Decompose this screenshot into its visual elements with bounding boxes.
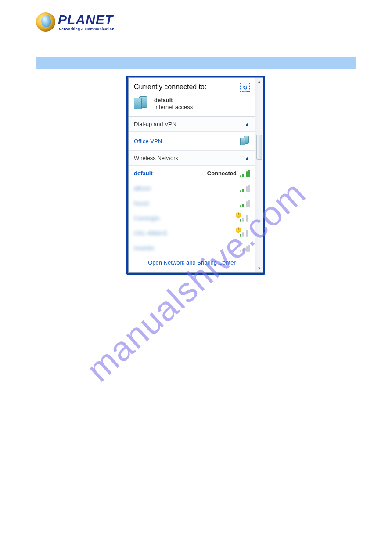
- warning-icon: [236, 212, 241, 218]
- network-flyout: Currently connected to: ↻ default Intern…: [126, 76, 265, 275]
- signal-icon: [240, 214, 250, 222]
- signal-icon: [240, 184, 250, 192]
- globe-icon: [36, 12, 55, 32]
- scroll-thumb[interactable]: [256, 135, 262, 160]
- chevron-up-icon: ▲: [245, 155, 250, 161]
- wifi-item[interactable]: Insetdn: [129, 240, 255, 253]
- active-connection[interactable]: default Internet access: [129, 94, 255, 117]
- chevron-up-icon: ▲: [245, 121, 250, 127]
- section-label: Wireless Network: [134, 155, 178, 161]
- wifi-ssid: houst: [134, 200, 149, 207]
- flyout-header: Currently connected to: ↻: [129, 78, 255, 94]
- wifi-ssid: CKL-486d-E: [134, 230, 168, 236]
- wifi-ssid: Insetdn: [134, 245, 154, 251]
- wifi-item-default[interactable]: default Connected: [129, 166, 255, 181]
- wifi-item[interactable]: CKL-486d-E: [129, 225, 255, 240]
- brand-tagline: Networking & Communication: [59, 27, 115, 31]
- scroll-down-button[interactable]: ▼: [255, 265, 263, 272]
- section-label: Dial-up and VPN: [134, 121, 176, 127]
- section-wireless[interactable]: Wireless Network ▲: [129, 151, 255, 166]
- open-network-center-link[interactable]: Open Network and Sharing Center: [148, 259, 235, 266]
- network-icon: [134, 96, 149, 111]
- vpn-icon: [240, 136, 250, 146]
- brand-name: PLANET: [58, 13, 115, 26]
- signal-icon: [240, 169, 250, 177]
- scrollbar[interactable]: ▲ ▼: [255, 78, 263, 272]
- wifi-ssid: Comlogin: [134, 215, 160, 221]
- signal-icon: [240, 199, 250, 207]
- wifi-item[interactable]: houst: [129, 196, 255, 210]
- wifi-status: Connected: [207, 170, 237, 177]
- brand-logo: PLANET Networking & Communication: [36, 12, 115, 32]
- section-dialup-vpn[interactable]: Dial-up and VPN ▲: [129, 117, 255, 132]
- scroll-up-button[interactable]: ▲: [255, 78, 263, 86]
- wifi-ssid: aBssn: [134, 185, 151, 192]
- connection-status: Internet access: [154, 104, 193, 111]
- vpn-name: Office VPN: [134, 138, 162, 145]
- connection-name: default: [154, 97, 193, 104]
- wifi-ssid: default: [134, 170, 153, 177]
- connected-label: Currently connected to:: [134, 83, 206, 91]
- header-divider: [36, 40, 356, 40]
- refresh-button[interactable]: ↻: [240, 83, 250, 92]
- refresh-icon: ↻: [243, 84, 248, 91]
- signal-icon: [240, 244, 250, 252]
- vpn-item-office[interactable]: Office VPN: [129, 132, 255, 151]
- signal-icon: [240, 229, 250, 237]
- warning-icon: [236, 227, 241, 233]
- wifi-item[interactable]: aBssn: [129, 181, 255, 196]
- wifi-item[interactable]: Comlogin: [129, 210, 255, 225]
- section-bar: [36, 57, 356, 69]
- flyout-footer: Open Network and Sharing Center: [129, 253, 255, 272]
